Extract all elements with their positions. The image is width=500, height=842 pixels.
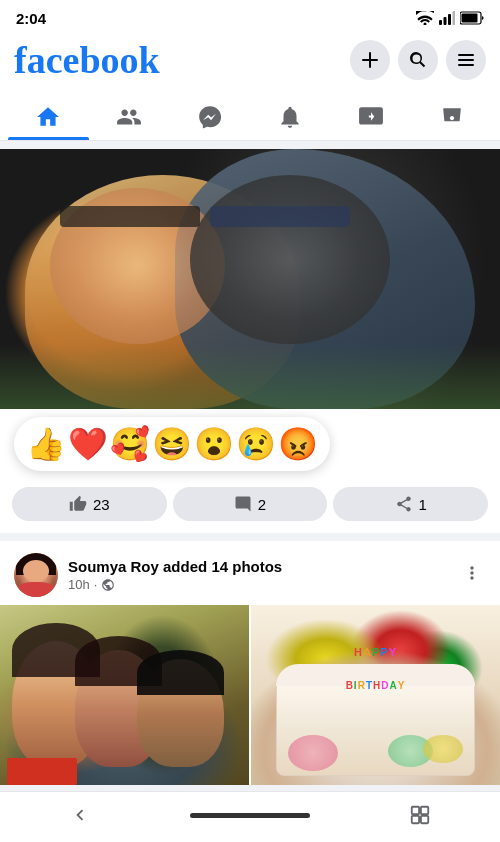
plus-icon xyxy=(360,50,380,70)
reaction-row: 👍 ❤️ 🥰 😆 😮 😢 😡 xyxy=(0,409,500,479)
signal-icon xyxy=(439,11,455,25)
reaction-emoji-list: 👍 ❤️ 🥰 😆 😮 😢 😡 xyxy=(14,417,330,471)
svg-rect-7 xyxy=(458,59,474,61)
svg-rect-2 xyxy=(448,14,451,25)
status-icons xyxy=(416,11,484,25)
like-emoji[interactable]: 👍 xyxy=(26,425,66,463)
svg-rect-3 xyxy=(453,11,456,25)
bottom-bar xyxy=(0,791,500,842)
hamburger-icon xyxy=(456,50,476,70)
svg-rect-1 xyxy=(444,17,447,25)
post-photo-selfie xyxy=(0,149,500,409)
photo-count: 14 photos xyxy=(211,558,282,575)
like-button[interactable]: 23 xyxy=(12,487,167,521)
post-header-2: Soumya Roy added 14 photos 10h · xyxy=(0,541,500,605)
author-name: Soumya Roy xyxy=(68,558,159,575)
love-emoji[interactable]: ❤️ xyxy=(68,425,108,463)
tab-home[interactable] xyxy=(8,92,89,140)
app-header: facebook xyxy=(0,32,500,92)
tab-friends[interactable] xyxy=(89,92,170,140)
comment-icon xyxy=(234,495,252,513)
status-bar: 2:04 xyxy=(0,0,500,32)
svg-rect-5 xyxy=(462,14,478,23)
like-count: 23 xyxy=(93,496,110,513)
avatar-image xyxy=(14,553,58,597)
more-options-icon xyxy=(462,563,482,583)
facebook-logo: facebook xyxy=(14,38,160,82)
back-icon xyxy=(69,804,91,826)
svg-rect-12 xyxy=(421,816,428,823)
comment-button[interactable]: 2 xyxy=(173,487,328,521)
home-icon xyxy=(35,104,61,130)
photo-grid-item-1[interactable] xyxy=(0,605,249,785)
svg-rect-11 xyxy=(411,816,418,823)
avatar-soumya[interactable] xyxy=(14,553,58,597)
share-count: 1 xyxy=(419,496,427,513)
photo-grid-item-2[interactable]: H A P P Y B I R T H D A Y xyxy=(251,605,500,785)
tab-notifications[interactable] xyxy=(250,92,331,140)
post-image-1 xyxy=(0,149,500,409)
feed: 👍 ❤️ 🥰 😆 😮 😢 😡 23 2 xyxy=(0,149,500,785)
post-card-2: Soumya Roy added 14 photos 10h · xyxy=(0,541,500,785)
menu-button[interactable] xyxy=(446,40,486,80)
nav-tabs xyxy=(0,92,500,141)
svg-rect-8 xyxy=(458,64,474,66)
svg-rect-6 xyxy=(458,54,474,56)
home-indicator xyxy=(190,813,310,818)
svg-rect-0 xyxy=(439,20,442,25)
back-button[interactable] xyxy=(69,804,91,826)
tab-watch[interactable] xyxy=(331,92,412,140)
search-icon xyxy=(408,50,428,70)
battery-icon xyxy=(460,11,484,25)
tab-menu-store[interactable] xyxy=(411,92,492,140)
share-button[interactable]: 1 xyxy=(333,487,488,521)
recent-apps-button[interactable] xyxy=(409,804,431,826)
comment-count: 2 xyxy=(258,496,266,513)
watch-icon xyxy=(358,104,384,130)
add-button[interactable] xyxy=(350,40,390,80)
post-meta-2: Soumya Roy added 14 photos 10h · xyxy=(68,558,448,592)
angry-emoji[interactable]: 😡 xyxy=(278,425,318,463)
svg-rect-9 xyxy=(411,807,418,814)
store-icon xyxy=(439,104,465,130)
messenger-icon xyxy=(197,104,223,130)
sad-emoji[interactable]: 😢 xyxy=(236,425,276,463)
thumbs-up-icon xyxy=(69,495,87,513)
search-button[interactable] xyxy=(398,40,438,80)
share-icon xyxy=(395,495,413,513)
wifi-icon xyxy=(416,11,434,25)
bell-icon xyxy=(277,104,303,130)
time-ago: 10h xyxy=(68,577,90,592)
friends-icon xyxy=(116,104,142,130)
post-time-2: 10h · xyxy=(68,577,448,592)
post-actions: 23 2 1 xyxy=(0,479,500,533)
recent-apps-icon xyxy=(409,804,431,826)
wow-emoji[interactable]: 😮 xyxy=(194,425,234,463)
haha-emoji[interactable]: 😆 xyxy=(152,425,192,463)
post-options-button[interactable] xyxy=(458,559,486,591)
post-card-1: 👍 ❤️ 🥰 😆 😮 😢 😡 23 2 xyxy=(0,149,500,533)
care-emoji[interactable]: 🥰 xyxy=(110,425,150,463)
svg-rect-10 xyxy=(421,807,428,814)
status-time: 2:04 xyxy=(16,10,46,27)
photo-grid-2: H A P P Y B I R T H D A Y xyxy=(0,605,500,785)
public-icon xyxy=(101,578,115,592)
header-actions xyxy=(350,40,486,80)
tab-messenger[interactable] xyxy=(169,92,250,140)
post-author-2: Soumya Roy added 14 photos xyxy=(68,558,448,575)
